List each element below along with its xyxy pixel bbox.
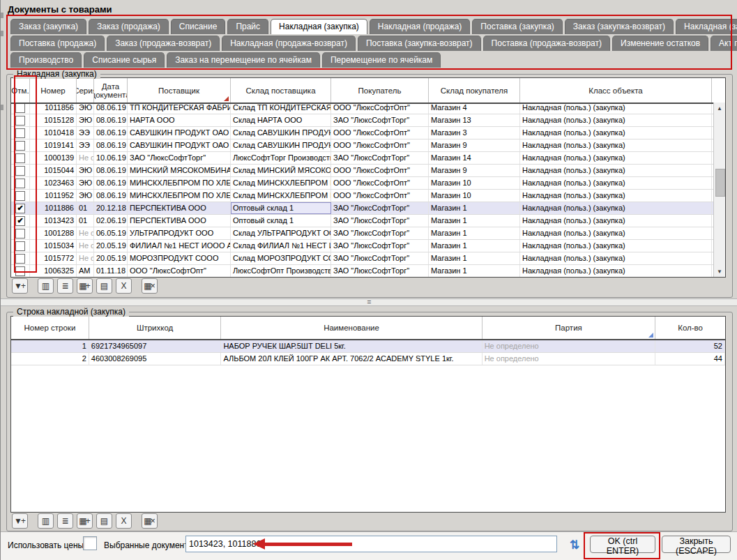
document-cell: Оптовый склад 1 [231, 215, 331, 227]
lines-col-header[interactable]: Номер строки [11, 317, 89, 339]
tab-производство[interactable]: Производство [10, 52, 82, 68]
line-row[interactable]: 16921734965097НАБОР РУЧЕК ШАР.5ШТ DELI 5… [11, 340, 725, 353]
excel-export-icon[interactable]: X [116, 513, 132, 529]
table-clear-icon[interactable]: ▦× [142, 513, 158, 529]
tab-заказ-продажа-[interactable]: Заказ (продажа) [89, 19, 169, 34]
scroll-down-icon[interactable]: ▼ [714, 266, 725, 277]
docs-col-header[interactable]: Склад поставщика [231, 78, 331, 103]
tab-акт-переоценки[interactable]: Акт переоценки [711, 36, 737, 51]
document-row[interactable]: 1011856ЭЮ08.06.19ТП КОНДИТЕРСКАЯ ФАБРИСк… [11, 104, 725, 114]
refresh-icon[interactable]: ⇅ [565, 536, 584, 553]
document-cell: Магазин 9 [429, 165, 520, 176]
splitter-handle[interactable]: = [1, 298, 737, 306]
document-cell: Склад САВУШКИН ПРОДУКТ [231, 139, 331, 151]
row-checkbox-cell [11, 165, 30, 176]
docs-col-header[interactable]: Класс объекта [520, 78, 712, 103]
tab-заказ-закупка-возврат-[interactable]: Заказ (закупка-возврат) [565, 19, 674, 34]
document-row[interactable]: 1015772Не о20.05.19МОРОЗПРОДУКТ СОООСкла… [11, 252, 725, 265]
table-add-icon[interactable]: ▦+ [77, 278, 93, 294]
row-checkbox[interactable] [15, 116, 25, 126]
document-row[interactable]: 1023463ЭЮ08.06.19МИНСКХЛЕБПРОМ ПО ХЛЕСкл… [11, 177, 725, 190]
row-checkbox[interactable] [15, 229, 25, 239]
tab-накладная-закупка-возврат-[interactable]: Накладная (закупка-возврат) [676, 19, 737, 34]
lines-col-header[interactable]: Штрихкод [89, 317, 222, 339]
tab-накладная-продажа-возврат-[interactable]: Накладная (продажа-возврат) [222, 36, 356, 51]
tab-накладная-закупка-[interactable]: Накладная (закупка) [271, 19, 367, 34]
use-prices-checkbox[interactable] [83, 536, 97, 550]
filter-add-icon[interactable]: ▼+ [12, 513, 28, 529]
filter-add-icon[interactable]: ▼+ [12, 278, 28, 294]
print-icon[interactable]: ▤ [96, 278, 112, 294]
document-row[interactable]: 1010418ЭЭ08.06.19САВУШКИН ПРОДУКТ ОАОСкл… [11, 127, 725, 139]
row-checkbox[interactable] [15, 104, 25, 113]
row-checkbox[interactable] [15, 166, 25, 176]
tab-списание-сырья[interactable]: Списание сырья [84, 52, 165, 68]
document-cell: МИНСКХЛЕБПРОМ ПО ХЛЕ [128, 177, 231, 189]
table-add-icon[interactable]: ▦+ [77, 513, 93, 529]
tab-заказ-продажа-возврат-[interactable]: Заказ (продажа-возврат) [107, 36, 220, 51]
row-checkbox[interactable] [15, 179, 25, 188]
tab-накладная-продажа-[interactable]: Накладная (продажа) [370, 19, 471, 34]
tab-изменение-остатков[interactable]: Изменение остатков [612, 36, 708, 51]
column-settings-icon[interactable]: ▥ [38, 278, 54, 294]
row-checkbox[interactable] [15, 141, 25, 151]
lines-col-header[interactable]: Наименование [221, 317, 482, 339]
docs-col-header[interactable]: Поставщик [128, 78, 231, 103]
line-row[interactable]: 24603008269095АЛЬБОМ 20Л КЛЕЙ 100ГР АК А… [11, 353, 725, 365]
docs-col-header[interactable]: Отм. [11, 78, 30, 103]
tab-заказ-на-перемещение-по-ячейкам[interactable]: Заказ на перемещение по ячейкам [167, 52, 320, 68]
selected-docs-label: Выбранные документы [104, 540, 194, 550]
document-row[interactable]: 1015044ЭЮ08.06.19МИНСКИЙ МЯСОКОМБИНАСкла… [11, 165, 725, 177]
document-row[interactable]: 1019141ЭЭ08.06.19САВУШКИН ПРОДУКТ ОАОСкл… [11, 139, 725, 152]
document-row[interactable]: 1011952ЭЮ08.06.19МИНСКХЛЕБПРОМ ПО ХЛЕСкл… [11, 190, 725, 202]
lines-col-header[interactable]: Кол-во [655, 317, 725, 339]
document-row[interactable]: 1001288Не о06.05.19УЛЬТРАПРОДУКТ ОООСкла… [11, 227, 725, 240]
row-checkbox[interactable] [15, 266, 25, 276]
tab-поставка-продажа-[interactable]: Поставка (продажа) [10, 36, 105, 51]
document-cell: ЗАО "ЛюксСофтТорг" [331, 240, 429, 252]
column-settings-icon[interactable]: ▥ [38, 513, 54, 529]
row-checkbox-checked[interactable]: ✔ [15, 204, 25, 213]
row-checkbox-checked[interactable]: ✔ [15, 216, 25, 226]
document-cell: Накладная (польз.) (закупка) [520, 227, 712, 239]
lines-col-header[interactable]: Партия [483, 317, 656, 339]
tab-поставка-закупка-[interactable]: Поставка (закупка) [472, 19, 562, 34]
document-row[interactable]: 1015128ЭЮ08.06.19НАРТА ОООСклад НАРТА ОО… [11, 114, 725, 127]
document-row[interactable]: 1000139Не о10.06.19ЗАО "ЛюксСофтТорг"Люк… [11, 152, 725, 165]
document-row[interactable]: 1006325АМ01.11.18ООО "ЛюксСофтОпт"ЛюксСо… [11, 265, 725, 277]
row-checkbox[interactable] [15, 153, 25, 163]
row-checkbox[interactable] [15, 241, 25, 251]
docs-col-header[interactable]: Покупатель [331, 78, 429, 103]
tab-списание[interactable]: Списание [171, 19, 226, 34]
print-icon[interactable]: ▤ [96, 513, 112, 529]
scrollbar-thumb[interactable] [715, 169, 725, 197]
row-checkbox[interactable] [15, 128, 25, 138]
row-numbering-icon[interactable]: ≣ [57, 278, 73, 294]
document-cell: ЭЮ [77, 190, 94, 202]
tab-перемещение-по-ячейкам[interactable]: Перемещение по ячейкам [322, 52, 441, 68]
docs-col-header[interactable]: Серия [77, 78, 94, 103]
document-row[interactable]: ✔10134230102.06.19ПЕРСПЕКТИВА ООООптовый… [11, 215, 725, 227]
excel-export-icon[interactable]: X [116, 278, 132, 294]
close-button[interactable]: Закрыть (ESCAPE) [662, 536, 731, 553]
docs-col-header[interactable]: Номер [30, 78, 77, 103]
row-numbering-icon[interactable]: ≣ [57, 513, 73, 529]
row-checkbox[interactable] [15, 254, 25, 264]
scroll-up-icon[interactable]: ▲ [714, 103, 725, 114]
document-cell: ЗАО "ЛюксСофтТорг" [331, 252, 429, 264]
table-clear-icon[interactable]: ▦× [142, 278, 158, 294]
docs-col-header[interactable]: Склад покупателя [429, 78, 520, 103]
tab-заказ-закупка-[interactable]: Заказ (закупка) [10, 19, 86, 34]
tab-поставка-закупка-возврат-[interactable]: Поставка (закупка-возврат) [358, 36, 481, 51]
ok-button[interactable]: OK (ctrl ENTER) [590, 536, 655, 553]
lines-toolbar: ▼+▥≣▦+▤X▦× [12, 513, 158, 529]
docs-col-header[interactable]: Дата документа [94, 78, 128, 103]
document-row[interactable]: ✔10118860120.12.18ПЕРСПЕКТИВА ООООптовый… [11, 202, 725, 215]
row-checkbox[interactable] [15, 191, 25, 201]
line-cell: Не определено [483, 353, 656, 365]
tab-поставка-продажа-возврат-[interactable]: Поставка (продажа-возврат) [483, 36, 610, 51]
document-row[interactable]: 1015034Не о20.05.19ФИЛИАЛ №1 НЕСТ ИООО А… [11, 240, 725, 252]
tab-прайс[interactable]: Прайс [227, 19, 268, 34]
selected-docs-input[interactable] [185, 536, 557, 552]
documents-table-scrollbar[interactable]: ▲ ▼ [713, 103, 725, 277]
